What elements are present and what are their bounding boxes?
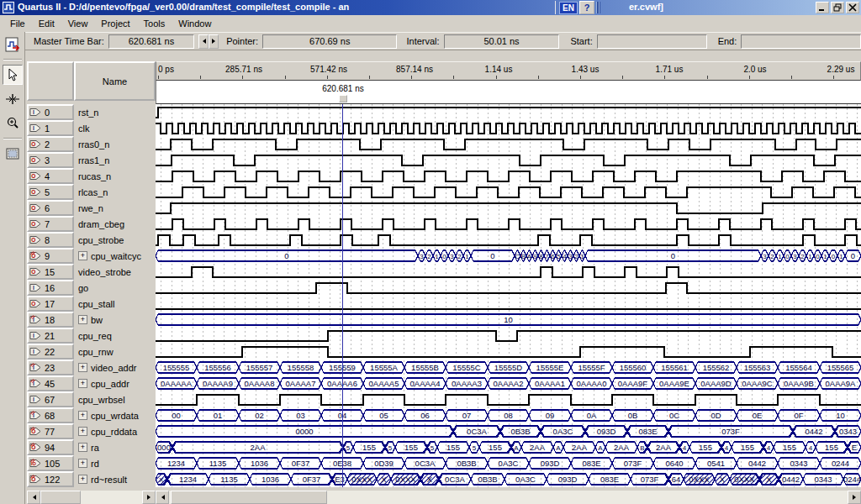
signal-handle-video_addr[interactable]: I23 (27, 360, 74, 375)
signal-row-cpu_rddata[interactable]: O77+cpu_rddata (27, 423, 156, 439)
signal-handle-cpu_req[interactable]: I21 (27, 328, 74, 344)
signal-handle-rd-result[interactable]: O122 (27, 471, 74, 487)
scrollbar-track[interactable] (327, 491, 848, 504)
expand-plus-icon[interactable]: + (78, 411, 87, 420)
expand-plus-icon[interactable]: + (78, 251, 87, 260)
wave-bw[interactable]: 10 (156, 314, 861, 325)
name-panel-hscrollbar[interactable] (27, 491, 156, 504)
signal-handle-go[interactable]: I16 (27, 280, 74, 296)
signal-handle-cpu_rnw[interactable]: I22 (27, 344, 74, 360)
signal-name-cell[interactable]: +cpu_waitcyc (74, 248, 156, 264)
wave-rd-result[interactable]: X1234113510360F37E30XXXX0XXXX0C3A0B3B0A3… (156, 474, 861, 485)
wave-ra[interactable]: 0002AA5155515551555155A2AAA2AAA2AAB2AA41… (156, 442, 861, 453)
wave-cpu_wrdata[interactable]: 000102030405060708090A0B0C0D0E0F10 (156, 410, 861, 421)
signal-name-cell[interactable]: +video_addr (74, 360, 156, 375)
menu-project[interactable]: Project (94, 16, 136, 31)
time-bar-tool-button[interactable] (3, 89, 23, 109)
language-bar-grip[interactable] (596, 2, 600, 13)
expand-plus-icon[interactable]: + (78, 427, 87, 436)
signal-handle-bw[interactable]: I18 (27, 312, 74, 328)
wave-cpu_req[interactable] (156, 331, 861, 341)
signal-row-cpu_wrbsel[interactable]: I67cpu_wrbsel (27, 391, 156, 407)
signal-name-cell[interactable]: cpu_req (74, 328, 156, 344)
signal-handle-clk[interactable]: I1 (27, 120, 74, 136)
signal-handle-cpu_addr[interactable]: I45 (27, 375, 74, 391)
signal-row-cpu_req[interactable]: I21cpu_req (27, 328, 156, 344)
close-button[interactable] (846, 2, 859, 13)
signal-row-rras0_n[interactable]: O2rras0_n (27, 136, 156, 152)
wave-video_addr[interactable]: 15555515555615555715555815555915555A1555… (156, 362, 861, 373)
signal-handle-dram_cbeg[interactable]: O7 (27, 216, 74, 232)
signal-handle-rd[interactable]: IO105 (27, 455, 74, 471)
signal-name-cell[interactable]: rst_n (74, 104, 156, 120)
signal-handle-rst_n[interactable]: I0 (27, 104, 74, 120)
signal-handle-video_strobe[interactable]: O15 (27, 264, 74, 280)
signal-name-cell[interactable]: cpu_strobe (74, 232, 156, 248)
signal-name-cell[interactable]: clk (74, 120, 156, 136)
signal-name-cell[interactable]: cpu_stall (74, 296, 156, 312)
signal-name-cell[interactable]: +ra (74, 439, 156, 455)
wave-rlcas_n[interactable] (156, 187, 861, 197)
wave-rras1_n[interactable] (156, 155, 861, 165)
signal-handle-rras1_n[interactable]: O3 (27, 152, 74, 168)
signal-row-rras1_n[interactable]: O3rras1_n (27, 152, 156, 168)
wave-rst_n[interactable] (156, 108, 861, 118)
master-time-marker-handle[interactable] (339, 95, 347, 102)
wave-rd[interactable]: 1234113510360F370E380D390C3A0B3B0A3C093D… (156, 458, 861, 469)
signal-name-cell[interactable]: go (74, 280, 156, 296)
signal-row-go[interactable]: I16go (27, 280, 156, 296)
selection-tool-button[interactable] (3, 65, 23, 85)
scroll-right-button[interactable] (848, 491, 861, 504)
wave-cpu_rnw[interactable] (156, 347, 861, 357)
menu-window[interactable]: Window (172, 16, 218, 31)
signal-row-rst_n[interactable]: I0rst_n (27, 104, 156, 120)
wave-video_strobe[interactable] (156, 267, 861, 277)
signal-name-cell[interactable]: +cpu_addr (74, 375, 156, 391)
start-field[interactable] (597, 34, 707, 49)
signal-row-clk[interactable]: I1clk (27, 120, 156, 136)
signal-row-cpu_stall[interactable]: O17cpu_stall (27, 296, 156, 312)
signal-handle-cpu_waitcyc[interactable]: O9 (27, 248, 74, 264)
expand-plus-icon[interactable]: + (78, 315, 87, 324)
signal-name-cell[interactable]: video_strobe (74, 264, 156, 280)
wave-clk[interactable] (156, 123, 861, 134)
signal-name-cell[interactable]: +rd~result (74, 471, 156, 487)
menu-view[interactable]: View (61, 16, 95, 31)
expand-plus-icon[interactable]: + (78, 379, 87, 388)
title-bar[interactable]: Quartus II - D:/d/pentevo/fpga/_ver0.00/… (0, 0, 861, 15)
signal-name-cell[interactable]: +rd (74, 455, 156, 471)
scroll-left-button[interactable] (156, 491, 169, 504)
signal-row-rlcas_n[interactable]: O5rlcas_n (27, 184, 156, 200)
scrollbar-track[interactable] (81, 491, 142, 504)
wave-go[interactable] (156, 283, 861, 293)
signal-row-rwe_n[interactable]: O6rwe_n (27, 200, 156, 216)
signal-row-cpu_strobe[interactable]: O8cpu_strobe (27, 232, 156, 248)
scrollbar-thumb[interactable] (40, 491, 81, 504)
waveform-display-area[interactable]: 032103210CBA9876543210321032101010101555… (156, 104, 861, 487)
wave-rras0_n[interactable] (156, 139, 861, 150)
wave-rucas_n[interactable] (156, 171, 861, 181)
menu-file[interactable]: File (3, 16, 32, 31)
wave-dram_cbeg[interactable] (156, 219, 861, 229)
full-screen-button[interactable] (3, 144, 23, 164)
signal-name-cell[interactable]: rras0_n (74, 136, 156, 152)
master-time-prev-button[interactable] (198, 34, 209, 49)
signal-handle-cpu_rddata[interactable]: O77 (27, 423, 74, 439)
signal-name-cell[interactable]: rwe_n (74, 200, 156, 216)
signal-handle-rucas_n[interactable]: O4 (27, 168, 74, 184)
expand-plus-icon[interactable]: + (78, 459, 87, 468)
signal-row-video_addr[interactable]: I23+video_addr (27, 360, 156, 375)
zoom-tool-button[interactable] (3, 113, 23, 134)
end-field[interactable] (741, 34, 861, 49)
signal-row-cpu_addr[interactable]: I45+cpu_addr (27, 375, 156, 391)
signal-name-cell[interactable]: +cpu_wrdata (74, 407, 156, 423)
signal-name-cell[interactable]: +cpu_rddata (74, 423, 156, 439)
wave-rwe_n[interactable] (156, 203, 861, 213)
time-scale-header[interactable]: 0 ps285.71 ns571.42 ns857.14 ns1.14 us1.… (156, 61, 861, 81)
signal-handle-cpu_wrdata[interactable]: I68 (27, 407, 74, 423)
wave-cpu_waitcyc[interactable]: 032103210CBA9876543210321032101010 (156, 250, 861, 261)
signal-name-cell[interactable]: cpu_rnw (74, 344, 156, 360)
signal-handle-cpu_wrbsel[interactable]: I67 (27, 391, 74, 407)
signal-name-cell[interactable]: +bw (74, 312, 156, 328)
signal-row-dram_cbeg[interactable]: O7dram_cbeg (27, 216, 156, 232)
